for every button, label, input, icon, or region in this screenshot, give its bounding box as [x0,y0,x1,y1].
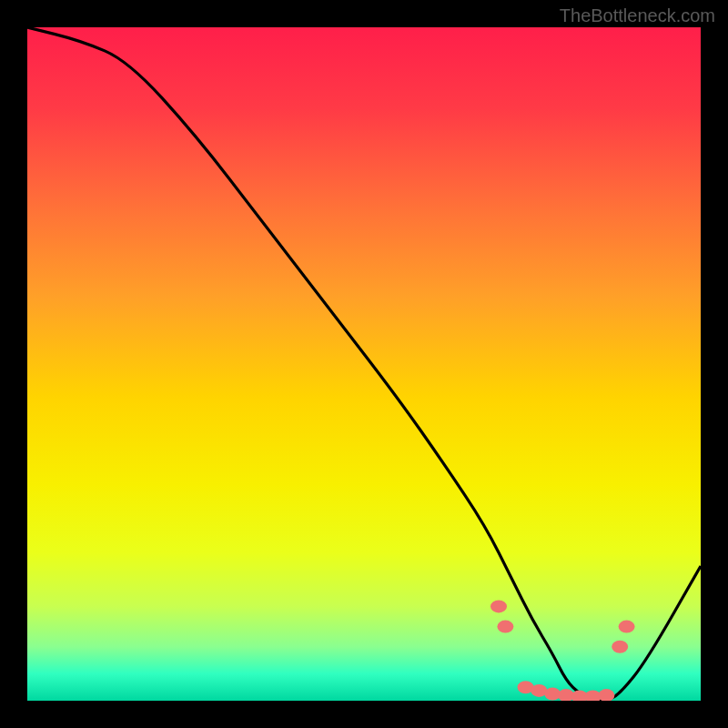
marker-point [598,689,614,701]
watermark-text: TheBottleneck.com [560,5,715,26]
plot-area [27,27,701,701]
marker-point [619,621,635,633]
curve-layer [27,27,701,701]
bottleneck-curve [27,27,701,701]
highlight-markers [490,600,635,701]
marker-point [612,641,628,653]
marker-point [490,600,507,612]
marker-point [497,621,513,633]
